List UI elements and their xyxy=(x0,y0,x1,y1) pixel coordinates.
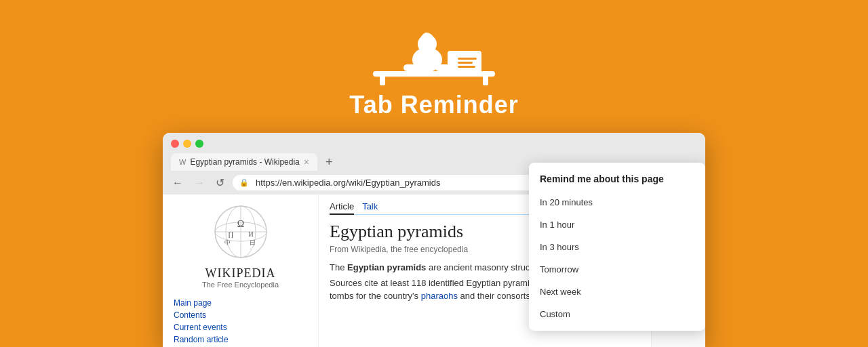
svg-text:中: 中 xyxy=(224,239,230,246)
address-bar-row: ← → ↺ 🔒 https://en.wikipedia.org/wiki/Eg… xyxy=(163,171,705,195)
svg-rect-5 xyxy=(403,64,427,71)
wiki-sidebar: Ω ∏ И 中 日 WIKIPEDIA The Free Encyclopedi… xyxy=(163,195,319,347)
tab-article[interactable]: Article xyxy=(330,201,354,215)
address-text: https://en.wikipedia.org/wiki/Egyptian_p… xyxy=(256,178,440,188)
tab-close-button[interactable]: × xyxy=(304,157,309,167)
forward-button[interactable]: → xyxy=(191,176,208,190)
traffic-light-yellow[interactable] xyxy=(183,140,191,148)
app-logo xyxy=(353,20,515,88)
svg-text:И: И xyxy=(248,230,253,238)
wiki-globe: Ω ∏ И 中 日 xyxy=(210,201,271,262)
svg-rect-12 xyxy=(458,66,475,68)
dropdown-item-next-week[interactable]: Next week xyxy=(529,281,705,303)
wiki-nav: Main page Contents Current events Random… xyxy=(174,298,307,344)
dropdown-title: Remind me about this page xyxy=(529,168,705,191)
svg-rect-1 xyxy=(380,75,385,85)
tab-label: Egyptian pyramids - Wikipedia xyxy=(190,157,299,167)
article-bold: Egyptian pyramids xyxy=(347,262,426,272)
svg-rect-9 xyxy=(424,47,431,50)
new-tab-button[interactable]: + xyxy=(320,156,338,168)
wiki-nav-current[interactable]: Current events xyxy=(174,323,307,332)
app-title: Tab Reminder xyxy=(349,91,518,119)
wiki-name: WIKIPEDIA xyxy=(174,266,307,281)
svg-text:∏: ∏ xyxy=(227,230,233,239)
lock-icon: 🔒 xyxy=(239,178,249,187)
dropdown-item-1hour[interactable]: In 1 hour xyxy=(529,213,705,236)
traffic-light-green[interactable] xyxy=(195,140,203,148)
wiki-nav-contents[interactable]: Contents xyxy=(174,310,307,320)
traffic-lights xyxy=(171,140,697,148)
svg-rect-10 xyxy=(458,58,477,60)
back-button[interactable]: ← xyxy=(170,176,186,190)
dropdown-item-3hours[interactable]: In 3 hours xyxy=(529,236,705,258)
tab-favicon: W xyxy=(179,158,186,166)
header-area: Tab Reminder xyxy=(349,0,518,133)
active-tab[interactable]: W Egyptian pyramids - Wikipedia × xyxy=(171,153,317,171)
svg-rect-2 xyxy=(483,75,488,85)
wiki-tagline: The Free Encyclopedia xyxy=(174,281,307,289)
svg-rect-11 xyxy=(458,62,473,64)
wiki-nav-random[interactable]: Random article xyxy=(174,335,307,344)
dropdown-item-20min[interactable]: In 20 minutes xyxy=(529,191,705,213)
remind-dropdown: Remind me about this page In 20 minutes … xyxy=(529,163,705,331)
svg-text:日: 日 xyxy=(249,239,255,246)
svg-text:Ω: Ω xyxy=(237,219,243,229)
tab-talk[interactable]: Talk xyxy=(362,201,378,211)
wiki-logo-text: WIKIPEDIA The Free Encyclopedia xyxy=(174,266,307,289)
reload-button[interactable]: ↺ xyxy=(213,175,227,190)
traffic-light-red[interactable] xyxy=(171,140,179,148)
browser-window: W Egyptian pyramids - Wikipedia × + ⌄ ← … xyxy=(163,133,705,347)
dropdown-item-custom[interactable]: Custom xyxy=(529,303,705,325)
link-pharaohs[interactable]: pharaohs xyxy=(421,291,458,301)
wiki-nav-main[interactable]: Main page xyxy=(174,298,307,308)
dropdown-item-tomorrow[interactable]: Tomorrow xyxy=(529,258,705,281)
svg-rect-8 xyxy=(458,73,471,75)
